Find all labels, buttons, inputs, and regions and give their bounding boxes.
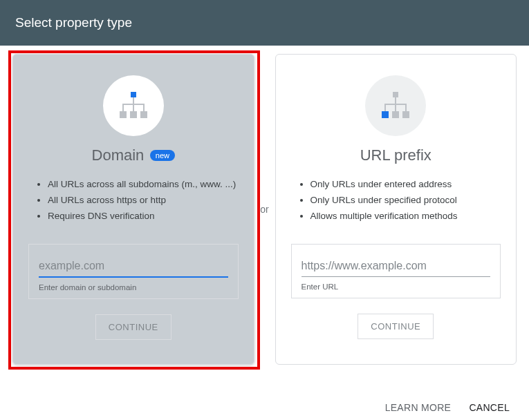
domain-card-wrap: Domain new All URLs across all subdomain… [12, 54, 254, 365]
dialog-footer: LEARN MORE CANCEL [370, 402, 510, 413]
prefix-card[interactable]: URL prefix Only URLs under entered addre… [275, 54, 517, 365]
dialog-title: Select property type [15, 15, 132, 30]
svg-rect-2 [130, 111, 137, 118]
sitemap-icon [103, 75, 164, 136]
prefix-title-row: URL prefix [291, 146, 501, 164]
prefix-helper: Enter URL [301, 283, 491, 291]
prefix-card-wrap: URL prefix Only URLs under entered addre… [275, 54, 517, 365]
prefix-input[interactable] [301, 256, 491, 277]
dialog-content: Domain new All URLs across all subdomain… [0, 46, 529, 365]
domain-features: All URLs across all subdomains (m., www.… [28, 177, 239, 225]
prefix-title: URL prefix [360, 146, 431, 164]
domain-card[interactable]: Domain new All URLs across all subdomain… [12, 54, 254, 365]
prefix-features: Only URLs under entered address Only URL… [291, 177, 501, 225]
new-badge: new [150, 150, 175, 161]
domain-input[interactable] [39, 256, 228, 278]
svg-rect-0 [131, 92, 136, 97]
domain-title: Domain [92, 146, 145, 164]
sitemap-icon [365, 75, 426, 136]
feature-item: Only URLs under entered address [310, 177, 501, 193]
svg-rect-6 [392, 111, 399, 118]
or-separator: or [254, 204, 275, 215]
svg-rect-1 [120, 111, 127, 118]
domain-continue-button[interactable]: CONTINUE [95, 314, 171, 340]
svg-rect-4 [393, 92, 398, 97]
feature-item: Only URLs under specified protocol [310, 193, 501, 209]
prefix-input-wrap: Enter URL [291, 244, 501, 298]
feature-item: All URLs across https or http [48, 193, 239, 209]
learn-more-button[interactable]: LEARN MORE [385, 402, 452, 413]
domain-input-wrap: Enter domain or subdomain [28, 244, 239, 299]
domain-title-row: Domain new [28, 146, 239, 164]
cancel-button[interactable]: CANCEL [469, 402, 510, 413]
svg-rect-5 [382, 111, 389, 118]
feature-item: Allows multiple verification methods [310, 209, 501, 225]
prefix-continue-button[interactable]: CONTINUE [358, 314, 434, 339]
feature-item: All URLs across all subdomains (m., www.… [48, 177, 239, 193]
dialog-header: Select property type [0, 0, 529, 46]
domain-helper: Enter domain or subdomain [39, 283, 228, 292]
feature-item: Requires DNS verification [48, 209, 239, 225]
svg-rect-3 [140, 111, 147, 118]
svg-rect-7 [402, 111, 409, 118]
